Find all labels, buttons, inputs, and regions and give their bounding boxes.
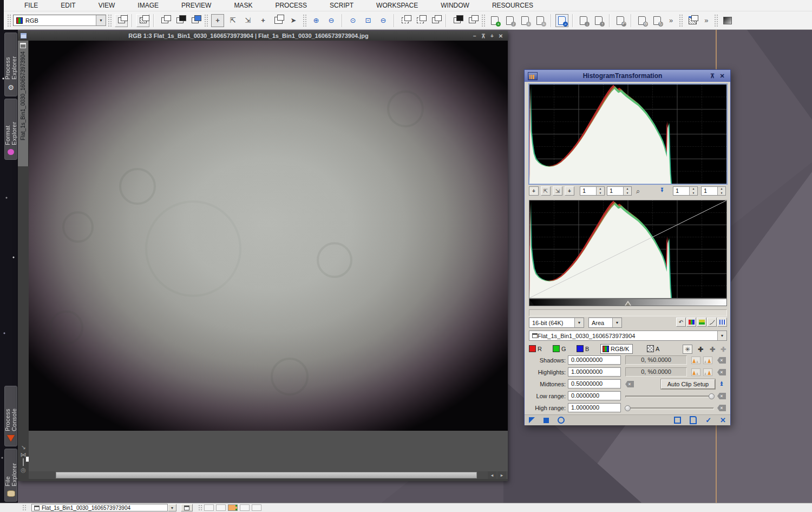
file-add-button[interactable]: + (534, 14, 547, 27)
second-v-zoom-spinbox[interactable]: 1 ▲▼ (701, 186, 726, 196)
zoom-window-button[interactable] (466, 14, 479, 27)
workspace-slot-5[interactable] (252, 504, 261, 511)
low-range-input[interactable]: 0.0000000 (568, 391, 621, 400)
high-range-input[interactable]: 1.0000000 (568, 403, 621, 412)
high-range-slider[interactable] (625, 407, 714, 410)
paste-blue-button[interactable] (188, 14, 201, 27)
workspace-slot-1[interactable] (204, 504, 214, 511)
image-window[interactable]: RGB 1:3 Flat_1s_Bin1_0030_1606573973904 … (18, 31, 508, 481)
toolbar-grip[interactable] (108, 14, 112, 27)
histogram-plot-bottom[interactable] (529, 200, 727, 299)
horizontal-zoom-spinbox[interactable]: 1 ▲▼ (580, 186, 605, 196)
image-window-side-tab[interactable]: Flat_1s_Bin1_0030_1606573973904 (18, 41, 29, 166)
highlights-clear-icon[interactable]: × (717, 369, 726, 375)
spinner-arrows[interactable]: ▲▼ (596, 187, 604, 195)
flat-field-image[interactable] (29, 41, 508, 431)
highlights-input[interactable]: 1.00000000 (568, 367, 621, 377)
file-download-button[interactable]: ↓ (577, 14, 590, 27)
toolbar-grip[interactable] (204, 14, 208, 27)
contract-view-button[interactable]: ⇲ (241, 14, 254, 27)
view-selector-dropdown[interactable]: Flat_1s_Bin1_0030_1606573973904 ▼ (529, 330, 727, 341)
clip-cross-light-icon[interactable]: ✚ (721, 346, 726, 353)
file-settings-button[interactable]: ⚙ (636, 14, 649, 27)
channel-r-toggle[interactable]: R (529, 345, 542, 352)
file-history-button[interactable]: + (519, 14, 532, 27)
auto-clip-setup-button[interactable]: Auto Clip Setup (661, 379, 715, 389)
midtones-marker[interactable] (625, 301, 631, 306)
scroll-left-button[interactable]: ◂ (488, 471, 496, 479)
select-resize-button[interactable] (429, 14, 442, 27)
sidebar-tab-file-explorer[interactable]: File Explorer (4, 449, 17, 502)
expand-view-button[interactable]: ⇱ (226, 14, 239, 27)
zoom-in-button[interactable]: ⊕ (310, 14, 323, 27)
zoom-out-button[interactable]: ⊖ (325, 14, 338, 27)
menu-workspace[interactable]: WORKSPACE (365, 2, 429, 9)
spinner-arrows[interactable]: ▲▼ (689, 187, 697, 195)
contract-histogram-button[interactable]: ⇲ (553, 186, 562, 196)
dialog-titlebar[interactable]: HistogramTransformation ⊼ ✕ (525, 70, 730, 82)
reset-icon[interactable]: ✕ (720, 417, 726, 424)
shadows-clip-icon[interactable] (691, 357, 700, 364)
paste-black-button[interactable] (173, 14, 186, 27)
toolbar-overflow-chevron[interactable]: » (669, 17, 673, 24)
realtime-preview-icon[interactable] (558, 417, 565, 424)
image-window-titlebar[interactable]: RGB 1:3 Flat_1s_Bin1_0030_1606573973904 … (18, 31, 508, 41)
duplicate-image-button[interactable] (158, 14, 171, 27)
zoom-fit-button[interactable]: ⊡ (362, 14, 375, 27)
midtones-clear-icon[interactable]: × (625, 381, 634, 387)
histogram-transformation-dialog[interactable]: HistogramTransformation ⊼ ✕ + ⇱ ⇲ + 1 ▲▼… (524, 69, 731, 425)
readout-target-icon[interactable]: ◎ (21, 467, 26, 473)
high-range-clear-icon[interactable]: × (717, 405, 726, 411)
window-list-button[interactable] (181, 504, 193, 511)
select-rect-button[interactable] (398, 14, 411, 27)
shade-button[interactable]: ⊼ (479, 33, 488, 39)
menu-resources[interactable]: RESOURCES (481, 2, 545, 9)
midtones-input[interactable]: 0.50000000 (568, 379, 621, 388)
mask-window-button[interactable] (686, 14, 699, 27)
file-undo-button[interactable]: ↶ (614, 14, 627, 27)
channel-b-toggle[interactable]: B (577, 345, 589, 352)
toolbar-grip[interactable] (679, 14, 683, 27)
file-new-button[interactable]: + (488, 14, 501, 27)
rgb-histogram-button[interactable] (686, 317, 696, 327)
grid-button[interactable] (717, 317, 727, 327)
file-edit-button[interactable]: / (503, 14, 516, 27)
shadows-clear-icon[interactable]: × (717, 357, 726, 364)
iconize-button[interactable]: − (470, 33, 479, 39)
toolbar-overflow-chevron[interactable]: » (704, 17, 708, 24)
toolbar-grip[interactable] (303, 14, 307, 27)
channel-rgbk-toggle[interactable]: RGB/K (600, 344, 633, 354)
workspace-slot-active[interactable] (228, 504, 238, 511)
select-add-button[interactable] (414, 14, 427, 27)
low-range-clear-icon[interactable]: × (717, 393, 726, 399)
plot-curve-arrow-button[interactable]: ↶ (676, 317, 686, 327)
vertical-zoom-spinbox[interactable]: 1 ▲▼ (607, 186, 632, 196)
shadows-marker[interactable] (529, 300, 534, 306)
close-window-button[interactable]: ✕ (496, 33, 505, 39)
zoom-window-button[interactable]: + (488, 33, 496, 39)
channel-g-toggle[interactable]: G (553, 345, 566, 352)
expand-histogram-button[interactable]: ⇱ (541, 186, 551, 196)
dropdown-arrow-icon[interactable]: ▼ (717, 331, 726, 340)
browse-documentation-icon[interactable] (690, 416, 697, 424)
sidebar-tab-process-console[interactable]: Process Console (4, 386, 17, 446)
scrollbar-thumb[interactable] (56, 472, 477, 478)
menu-mask[interactable]: MASK (222, 2, 264, 9)
pan-histogram-button[interactable]: + (529, 186, 539, 196)
apply-icon[interactable] (543, 418, 549, 423)
workspace-slot-2[interactable] (216, 504, 226, 511)
new-instance-icon[interactable] (529, 417, 535, 423)
menu-preview[interactable]: PREVIEW (170, 2, 222, 9)
low-range-slider[interactable] (625, 396, 714, 398)
dropdown-arrow-icon[interactable]: ▼ (574, 318, 584, 327)
sidebar-tab-process-explorer[interactable]: Process Explorer ⚙ (4, 33, 17, 96)
check-icon[interactable]: ✓ (705, 417, 711, 424)
new-image-button[interactable] (115, 14, 128, 27)
panel-select-button[interactable]: ➤ (287, 14, 300, 27)
side-panel-button[interactable] (272, 14, 285, 27)
transfer-gradient-strip[interactable] (529, 299, 727, 306)
menu-file[interactable]: FILE (13, 2, 49, 9)
file-search-button[interactable]: ⌕ (555, 14, 568, 27)
file-upload-button[interactable]: ↑ (592, 14, 605, 27)
fit-window-button[interactable] (450, 14, 463, 27)
